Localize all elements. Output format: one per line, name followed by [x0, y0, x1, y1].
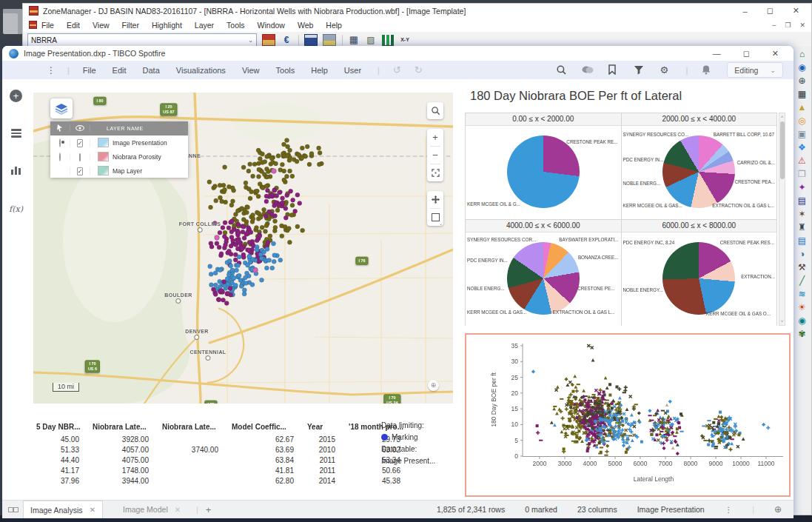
column-header[interactable]: Niobrara Late...: [90, 421, 159, 434]
python-icon[interactable]: ◑: [796, 248, 808, 260]
pie-panel[interactable]: 0.00 ≤ x < 2000.00CRESTONE PEAK RE...KER…: [466, 113, 621, 219]
mdi-minimize-icon[interactable]: –: [772, 21, 776, 29]
sp-menu-tools[interactable]: Tools: [276, 66, 295, 75]
layer-row[interactable]: ✓Image Presentation: [50, 135, 188, 150]
zoom-fit-button[interactable]: [427, 164, 443, 181]
save-icon[interactable]: [304, 34, 318, 46]
sp-menu-file[interactable]: File: [83, 66, 96, 75]
editing-mode-dropdown[interactable]: Editing ⌄: [727, 62, 783, 78]
minimize-icon[interactable]: —: [713, 49, 721, 58]
filter-icon[interactable]: [634, 64, 645, 76]
xy-plot-icon[interactable]: X-Y: [399, 35, 411, 45]
pie-chart[interactable]: [662, 135, 735, 208]
pages-layout-icon[interactable]: [8, 505, 19, 514]
web-grid-icon[interactable]: ⊕: [796, 75, 808, 87]
zm-menu-edit[interactable]: Edit: [67, 21, 80, 30]
layer-visibility-checkbox[interactable]: ✓: [77, 139, 84, 147]
table-tool-icon[interactable]: ▦: [348, 35, 360, 45]
notifications-bell-icon[interactable]: [701, 64, 712, 76]
palette-icon[interactable]: ✦: [796, 181, 808, 193]
cube-icon[interactable]: ▣: [796, 128, 808, 140]
comments-icon[interactable]: [582, 64, 593, 76]
add-data-button[interactable]: +: [10, 90, 22, 102]
layer-active-radio[interactable]: [59, 138, 61, 147]
globe-icon[interactable]: ⊕: [774, 504, 782, 515]
map-attribution-icon[interactable]: ⊕: [428, 380, 439, 391]
close-tab-icon[interactable]: ✕: [175, 506, 181, 514]
trend-icon[interactable]: ╱: [796, 275, 808, 287]
maximize-icon[interactable]: ◻: [743, 49, 750, 58]
redo-icon[interactable]: ↻: [415, 64, 423, 76]
rectangle-select-button[interactable]: ⌄: [427, 209, 443, 226]
tower-icon[interactable]: ♜: [796, 221, 808, 233]
zm-menu-layer[interactable]: Layer: [195, 21, 214, 30]
scrollbar-thumb[interactable]: [780, 121, 785, 179]
table-row[interactable]: 45.003928.0062.67201529.73: [33, 434, 411, 444]
sun-icon[interactable]: ☀: [796, 301, 808, 313]
zm-menu-help[interactable]: Help: [326, 21, 342, 30]
minimize-icon[interactable]: –: [743, 7, 748, 16]
column-header[interactable]: Niobrara Late...: [159, 421, 229, 434]
map-search-button[interactable]: [427, 102, 443, 119]
scroll-up-icon[interactable]: ˄: [779, 113, 785, 121]
scatter-plot[interactable]: [466, 335, 789, 495]
data-table-visualization[interactable]: 5 Day NBR...Niobrara Late...Niobrara Lat…: [33, 421, 378, 486]
burst-icon[interactable]: ✶: [796, 208, 808, 220]
zone-selector-combobox[interactable]: NBRRA ⌄: [27, 33, 257, 47]
more-menu-icon[interactable]: ⋮: [47, 65, 56, 76]
map-tiles-icon[interactable]: ▤: [796, 195, 808, 207]
layer-visibility-checkbox[interactable]: [79, 153, 81, 161]
maximize-icon[interactable]: ◻: [767, 6, 774, 16]
marking-row[interactable]: Marking: [381, 433, 477, 441]
layer-visibility-checkbox[interactable]: ✓: [77, 167, 84, 175]
pie-trellis[interactable]: 0.00 ≤ x < 2000.00CRESTONE PEAK RE...KER…: [465, 113, 777, 326]
zm-menu-tools[interactable]: Tools: [227, 21, 245, 30]
sp-menu-edit[interactable]: Edit: [113, 66, 127, 75]
layers-tool-icon[interactable]: [262, 34, 275, 46]
desktop-file-icon[interactable]: [3, 9, 22, 34]
export-icon[interactable]: [323, 34, 336, 46]
bar-chart-icon[interactable]: [382, 35, 394, 46]
table-row[interactable]: 44.404075.0063.84201153.34: [33, 455, 411, 465]
column-header[interactable]: Year: [304, 421, 346, 434]
layer-row[interactable]: Niobrara Porosity: [50, 150, 188, 164]
column-header[interactable]: 5 Day NBR...: [33, 421, 90, 434]
zm-menu-window[interactable]: Window: [258, 21, 285, 30]
pan-tool-button[interactable]: [427, 191, 443, 208]
sp-menu-view[interactable]: View: [242, 66, 260, 75]
target-icon[interactable]: ◎: [796, 115, 808, 127]
warning-icon[interactable]: ⚠: [796, 155, 808, 167]
scroll-down-icon[interactable]: ˅: [779, 318, 785, 325]
zm-menu-web[interactable]: Web: [298, 21, 313, 30]
zoom-in-button[interactable]: +: [427, 129, 443, 146]
derrick-icon[interactable]: ⚒: [796, 261, 808, 273]
globe-swirl-icon[interactable]: ◉: [796, 315, 808, 327]
table-row[interactable]: 41.171748.0041.81201150.66: [33, 465, 411, 475]
home-icon[interactable]: ⌂: [796, 48, 808, 60]
undo-icon[interactable]: ↺: [393, 64, 401, 76]
pie-panel[interactable]: 6000.00 ≤ x < 8000.00PDC ENERGY INC, 8.2…: [622, 220, 777, 326]
bookmark-icon[interactable]: [608, 64, 619, 76]
tab-image-analysis[interactable]: Image Analysis ✕: [23, 501, 103, 518]
add-page-button[interactable]: +: [206, 504, 212, 515]
zm-menu-file[interactable]: File: [41, 21, 54, 30]
prism-icon[interactable]: ▲: [796, 101, 808, 113]
chart-edit-icon[interactable]: ▨: [365, 35, 377, 45]
layer-row[interactable]: ✓Map Layer: [50, 164, 188, 178]
close-icon[interactable]: ✕: [772, 49, 779, 58]
table-row[interactable]: 37.963944.0062.80201445.38: [33, 475, 411, 486]
pie-chart[interactable]: [662, 242, 735, 315]
functions-button[interactable]: f(x): [2, 204, 30, 214]
pie-panel[interactable]: 2000.00 ≤ x < 4000.00SYNERGY RESOURCES C…: [622, 113, 777, 219]
waves-icon[interactable]: ≋: [796, 288, 808, 300]
sp-menu-data[interactable]: Data: [143, 66, 160, 75]
scatter-visualization[interactable]: [465, 333, 791, 497]
zm-menu-view[interactable]: View: [93, 21, 110, 30]
gears-icon[interactable]: ❖: [796, 141, 808, 153]
sp-menu-help[interactable]: Help: [311, 66, 328, 75]
globe-icon[interactable]: ◉: [796, 61, 808, 73]
close-tab-icon[interactable]: ✕: [90, 506, 95, 514]
binoculars-icon[interactable]: ✾: [796, 328, 808, 340]
mdi-close-icon[interactable]: ✕: [799, 21, 805, 29]
pie-panel[interactable]: 4000.00 ≤ x < 6000.00SYNERGY RESOURCES C…: [466, 220, 621, 326]
